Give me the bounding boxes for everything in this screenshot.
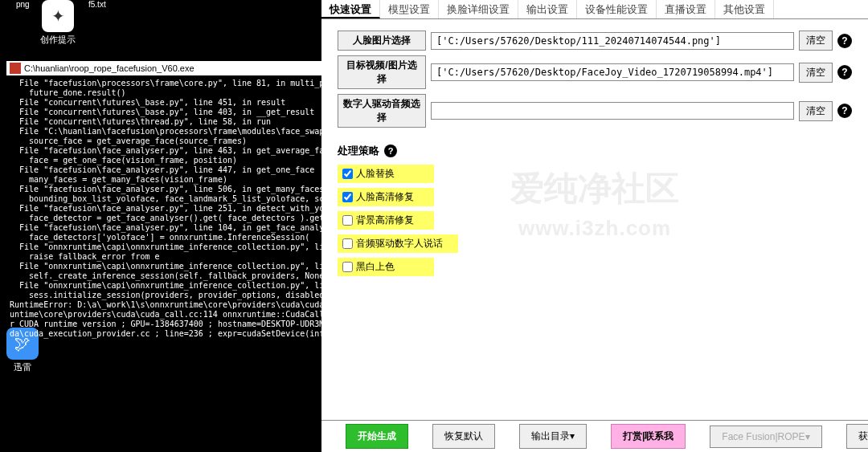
- console-titlebar[interactable]: C:\huanlian\roop_rope_facefusion_V60.exe: [6, 61, 321, 75]
- desktop-icon-label: 迅雷: [6, 361, 39, 373]
- label-png: png: [16, 0, 30, 9]
- label-txt: f5.txt: [88, 0, 106, 9]
- tab-live[interactable]: 直播设置: [657, 0, 715, 18]
- help-icon[interactable]: ?: [384, 145, 397, 157]
- tab-model[interactable]: 模型设置: [380, 0, 439, 18]
- opt-faceswap[interactable]: 人脸替换: [338, 165, 434, 183]
- opt-colorize[interactable]: 黑白上色: [338, 258, 434, 276]
- tab-device[interactable]: 设备性能设置: [577, 0, 657, 18]
- console-output[interactable]: File "facefusion\processors\frame\core.p…: [6, 75, 321, 342]
- select-face-button[interactable]: 人脸图片选择: [338, 31, 426, 51]
- clear-face-button[interactable]: 清空: [799, 31, 833, 51]
- more-button[interactable]: 获取更多软件▾: [846, 424, 868, 449]
- opt-facehd[interactable]: 人脸高清修复: [338, 188, 434, 206]
- desktop-icon-label: 创作提示: [40, 34, 76, 46]
- opt-bghd[interactable]: 背景高清修复: [338, 211, 434, 230]
- clear-target-button[interactable]: 清空: [799, 63, 833, 83]
- console-window: C:\huanlian\roop_rope_facefusion_V60.exe…: [6, 61, 321, 318]
- tab-bar: 快速设置 模型设置 换脸详细设置 输出设置 设备性能设置 直播设置 其他设置: [321, 0, 868, 19]
- help-icon[interactable]: ?: [837, 104, 852, 118]
- strategy-title: 处理策略 ?: [338, 144, 852, 158]
- target-path-input[interactable]: [431, 63, 794, 81]
- checkbox[interactable]: [342, 238, 353, 249]
- desktop-icon-creation[interactable]: ✦ 创作提示: [40, 0, 76, 46]
- tab-quick[interactable]: 快速设置: [321, 0, 380, 18]
- outdir-button[interactable]: 输出目录▾: [519, 424, 587, 449]
- form-area: 人脸图片选择 清空 ? 目标视频/图片选择 清空 ? 数字人驱动音频选择 清空 …: [321, 19, 868, 292]
- sparkle-icon: ✦: [42, 0, 74, 32]
- brand-button[interactable]: Face Fusion|ROPE▾: [710, 426, 821, 448]
- options-list: 人脸替换 人脸高清修复 背景高清修复 音频驱动数字人说话 黑白上色: [338, 165, 852, 276]
- checkbox[interactable]: [342, 169, 353, 179]
- settings-panel: 快速设置 模型设置 换脸详细设置 输出设置 设备性能设置 直播设置 其他设置 人…: [321, 0, 868, 452]
- select-target-button[interactable]: 目标视频/图片选择: [338, 55, 426, 89]
- checkbox[interactable]: [342, 192, 353, 202]
- opt-audiotalk[interactable]: 音频驱动数字人说话: [338, 234, 458, 253]
- donate-button[interactable]: 打赏|联系我: [611, 424, 686, 449]
- console-title-text: C:\huanlian\roop_rope_facefusion_V60.exe: [24, 63, 194, 73]
- tab-output[interactable]: 输出设置: [518, 0, 577, 18]
- desktop-area: png f5.txt ✦ 创作提示 🕊 迅雷 C:\huanlian\roop_…: [0, 0, 321, 452]
- bottom-bar: 开始生成 恢复默认 输出目录▾ 打赏|联系我 Face Fusion|ROPE▾…: [321, 420, 868, 452]
- checkbox[interactable]: [342, 215, 353, 226]
- clear-audio-button[interactable]: 清空: [799, 101, 833, 121]
- checkbox[interactable]: [342, 262, 353, 272]
- audio-path-input[interactable]: [431, 102, 794, 120]
- reset-button[interactable]: 恢复默认: [432, 424, 495, 449]
- start-button[interactable]: 开始生成: [346, 424, 408, 449]
- app-icon: [10, 63, 21, 74]
- tab-other[interactable]: 其他设置: [715, 0, 774, 18]
- face-path-input[interactable]: [431, 32, 794, 50]
- tab-faceswap[interactable]: 换脸详细设置: [439, 0, 518, 18]
- help-icon[interactable]: ?: [837, 34, 852, 48]
- help-icon[interactable]: ?: [837, 65, 852, 79]
- select-audio-button[interactable]: 数字人驱动音频选择: [338, 94, 426, 128]
